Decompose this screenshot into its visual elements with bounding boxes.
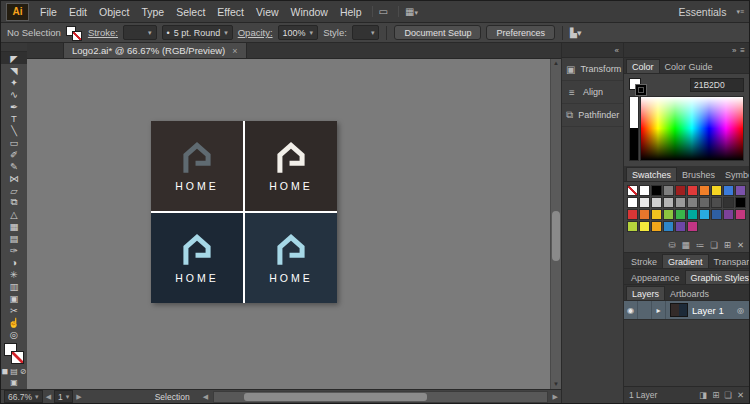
transform-panel[interactable]: ▣Transform bbox=[562, 58, 623, 81]
brush-dropdown[interactable]: •5 pt. Round▾ bbox=[162, 25, 233, 40]
make-clipping-mask-icon[interactable]: ◨ bbox=[699, 390, 707, 400]
swatch-options-icon[interactable]: ≔ bbox=[696, 240, 705, 250]
delete-swatch-icon[interactable]: ✕ bbox=[737, 240, 744, 250]
preferences-button[interactable]: Preferences bbox=[486, 25, 555, 40]
swatch[interactable] bbox=[711, 185, 722, 196]
gradient-mode-icon[interactable]: ▤ bbox=[10, 367, 18, 376]
artboard-quadrant-1[interactable]: HOME bbox=[151, 121, 243, 211]
tab-transparency[interactable]: Transparency bbox=[709, 255, 750, 268]
swatch[interactable] bbox=[627, 197, 638, 208]
symbol-sprayer-tool[interactable]: ✳ bbox=[1, 268, 27, 280]
swatch[interactable] bbox=[711, 209, 722, 220]
menu-type[interactable]: Type bbox=[135, 6, 170, 18]
drawing-mode-icon[interactable]: ▣ bbox=[10, 378, 18, 387]
hex-value-field[interactable]: 21B2D0 bbox=[690, 78, 744, 92]
horizontal-scrollbar[interactable] bbox=[213, 391, 548, 403]
swatch[interactable] bbox=[651, 209, 662, 220]
menu-file[interactable]: File bbox=[34, 6, 63, 18]
layer-expand-icon[interactable]: ▸ bbox=[652, 301, 666, 319]
color-spectrum[interactable] bbox=[640, 96, 744, 161]
menu-window[interactable]: Window bbox=[285, 6, 334, 18]
slice-tool[interactable]: ✂ bbox=[1, 304, 27, 316]
artboard-quadrant-2[interactable]: HOME bbox=[245, 121, 337, 211]
artboard-number-field[interactable]: 1▾ bbox=[54, 390, 73, 403]
zoom-dropdown[interactable]: 66.7%▾ bbox=[4, 390, 43, 403]
hscroll-right-icon[interactable]: ▶ bbox=[553, 393, 558, 401]
new-swatch-group-icon[interactable]: ❏ bbox=[710, 240, 718, 250]
zoom-tool[interactable]: ◎ bbox=[1, 328, 27, 340]
layer-thumbnail[interactable] bbox=[670, 303, 688, 317]
tab-stroke[interactable]: Stroke bbox=[626, 255, 662, 268]
stroke-swatch[interactable] bbox=[72, 31, 82, 41]
swatch[interactable] bbox=[639, 221, 650, 232]
tab-artboards[interactable]: Artboards bbox=[665, 287, 714, 300]
layer-lock-cell[interactable] bbox=[638, 301, 652, 319]
column-graph-tool[interactable]: ▥ bbox=[1, 280, 27, 292]
swatch[interactable] bbox=[687, 185, 698, 196]
width-tool[interactable]: ⋈ bbox=[1, 172, 27, 184]
pencil-tool[interactable]: ✎ bbox=[1, 160, 27, 172]
tab-layers[interactable]: Layers bbox=[626, 286, 665, 300]
tab-graphic-styles[interactable]: Graphic Styles bbox=[685, 270, 750, 284]
pathfinder-panel[interactable]: ⧉Pathfinder bbox=[562, 104, 623, 127]
hscroll-left-icon[interactable]: ◀ bbox=[203, 393, 208, 401]
menu-effect[interactable]: Effect bbox=[211, 6, 250, 18]
align-options-icon[interactable]: ▙▾ bbox=[570, 28, 581, 38]
magic-wand-tool[interactable]: ✦ bbox=[1, 76, 27, 88]
tab-gradient[interactable]: Gradient bbox=[662, 254, 709, 268]
arrange-documents-icon[interactable]: ▭ bbox=[372, 6, 394, 17]
swatch[interactable] bbox=[735, 209, 746, 220]
new-sublayer-icon[interactable]: ⊞ bbox=[712, 390, 719, 400]
swatch[interactable] bbox=[675, 221, 686, 232]
opacity-label[interactable]: Opacity: bbox=[238, 27, 273, 38]
perspective-grid-tool[interactable]: △ bbox=[1, 208, 27, 220]
layer-target-icon[interactable]: ◎ bbox=[737, 306, 749, 315]
swatch[interactable] bbox=[639, 209, 650, 220]
none-mode-icon[interactable]: ⊘ bbox=[20, 367, 27, 376]
swatch[interactable] bbox=[663, 197, 674, 208]
menu-view[interactable]: View bbox=[250, 6, 285, 18]
artboard-tool[interactable]: ▣ bbox=[1, 292, 27, 304]
selection-tool[interactable]: ◤ bbox=[1, 52, 27, 64]
scroll-down-icon[interactable]: ▼ bbox=[551, 380, 561, 389]
color-fill-stroke-indicator[interactable] bbox=[629, 78, 647, 96]
swatch[interactable] bbox=[651, 197, 662, 208]
menu-edit[interactable]: Edit bbox=[63, 6, 93, 18]
gradient-tool[interactable]: ▤ bbox=[1, 232, 27, 244]
swatch[interactable] bbox=[723, 209, 734, 220]
swatch[interactable] bbox=[687, 221, 698, 232]
stroke-proxy[interactable] bbox=[635, 84, 647, 96]
menu-help[interactable]: Help bbox=[334, 6, 368, 18]
fill-stroke-control[interactable] bbox=[3, 342, 25, 366]
workspace-switcher[interactable]: Essentials bbox=[679, 6, 727, 18]
artboard-quadrant-4[interactable]: HOME bbox=[245, 213, 337, 303]
delete-layer-icon[interactable]: ✕ bbox=[737, 390, 744, 400]
swatch[interactable] bbox=[651, 185, 662, 196]
style-dropdown[interactable]: ▾ bbox=[352, 25, 380, 40]
canvas-area[interactable]: HOMEHOMEHOMEHOME ▲ ▼ bbox=[27, 59, 561, 389]
workspace-layout-icon[interactable]: ▦▾ bbox=[398, 6, 424, 17]
tab-color-guide[interactable]: Color Guide bbox=[660, 60, 718, 73]
color-mode-icon[interactable]: ◼ bbox=[2, 367, 9, 376]
swatch[interactable] bbox=[687, 197, 698, 208]
swatch[interactable] bbox=[723, 197, 734, 208]
swatch[interactable] bbox=[639, 197, 650, 208]
artboard-prev-icon[interactable]: ◀ bbox=[46, 393, 51, 401]
artboard-next-icon[interactable]: ▶ bbox=[76, 393, 81, 401]
type-tool[interactable]: T bbox=[1, 112, 27, 124]
swatch[interactable] bbox=[711, 197, 722, 208]
swatch[interactable] bbox=[699, 197, 710, 208]
scroll-up-icon[interactable]: ▲ bbox=[551, 59, 561, 68]
collapse-dock-icon[interactable]: » bbox=[732, 46, 736, 55]
paintbrush-tool[interactable]: ✐ bbox=[1, 148, 27, 160]
rectangle-tool[interactable]: ▭ bbox=[1, 136, 27, 148]
tab-color[interactable]: Color bbox=[626, 59, 660, 73]
swatch[interactable] bbox=[687, 209, 698, 220]
artboard[interactable]: HOMEHOMEHOMEHOME bbox=[151, 121, 337, 303]
swatch[interactable] bbox=[675, 209, 686, 220]
blend-tool[interactable]: ◑ bbox=[1, 256, 27, 268]
swatch[interactable] bbox=[675, 197, 686, 208]
lasso-tool[interactable]: ∿ bbox=[1, 88, 27, 100]
swatch[interactable] bbox=[675, 185, 686, 196]
swatch[interactable] bbox=[663, 221, 674, 232]
